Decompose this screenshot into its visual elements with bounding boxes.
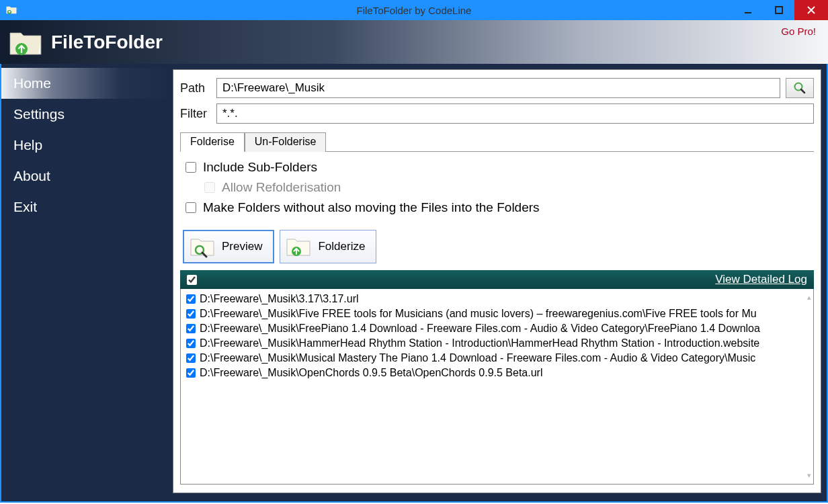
allow-refolderisation-option: Allow Refolderisation xyxy=(204,180,809,195)
filter-input[interactable] xyxy=(216,103,814,124)
sidebar-label: Help xyxy=(13,137,42,153)
allow-refolderisation-checkbox xyxy=(204,182,215,193)
minimize-button[interactable] xyxy=(733,0,763,20)
tab-unfolderise[interactable]: Un-Folderise xyxy=(245,132,327,152)
sidebar-item-about[interactable]: About xyxy=(1,161,173,192)
folder-search-icon xyxy=(190,235,215,258)
tabs: Folderise Un-Folderise xyxy=(180,132,814,152)
select-all-checkbox[interactable] xyxy=(187,275,197,285)
path-label: Path xyxy=(180,81,211,95)
options-panel: Include Sub-Folders Allow Refolderisatio… xyxy=(180,152,814,227)
list-item[interactable]: D:\Freeware\_Musik\OpenChords 0.9.5 Beta… xyxy=(181,366,813,380)
preview-button[interactable]: Preview xyxy=(183,230,274,263)
sidebar-label: Home xyxy=(13,75,51,91)
app-header: FileToFolder Go Pro! xyxy=(0,20,828,64)
view-detailed-log-link[interactable]: View Detailed Log xyxy=(715,273,807,286)
sidebar-label: About xyxy=(13,168,50,184)
svg-rect-2 xyxy=(776,7,782,13)
list-item[interactable]: D:\Freeware\_Musik\3.17\3.17.url xyxy=(181,292,813,306)
scroll-down-icon[interactable]: ▾ xyxy=(807,471,811,480)
include-subfolders-checkbox[interactable] xyxy=(185,162,196,173)
list-item-checkbox[interactable] xyxy=(186,294,196,304)
go-pro-link[interactable]: Go Pro! xyxy=(781,26,816,37)
results-list: ▴ D:\Freeware\_Musik\3.17\3.17.urlD:\Fre… xyxy=(180,289,814,485)
svg-line-7 xyxy=(801,89,804,93)
list-item-checkbox[interactable] xyxy=(186,368,196,378)
scroll-up-icon[interactable]: ▴ xyxy=(807,293,811,302)
list-item[interactable]: D:\Freeware\_Musik\Musical Mastery The P… xyxy=(181,351,813,366)
app-icon xyxy=(0,4,17,16)
sidebar-label: Settings xyxy=(13,106,65,122)
make-without-move-checkbox[interactable] xyxy=(185,202,196,213)
maximize-button[interactable] xyxy=(763,0,794,20)
option-label: Make Folders without also moving the Fil… xyxy=(203,200,540,215)
list-item[interactable]: D:\Freeware\_Musik\Five FREE tools for M… xyxy=(181,306,813,321)
list-item[interactable]: D:\Freeware\_Musik\FreePiano 1.4 Downloa… xyxy=(181,321,813,336)
option-label: Allow Refolderisation xyxy=(222,180,341,195)
browse-button[interactable] xyxy=(786,78,814,98)
folderize-button[interactable]: Folderize xyxy=(280,230,376,263)
option-label: Include Sub-Folders xyxy=(203,160,317,175)
list-item-checkbox[interactable] xyxy=(186,339,196,348)
list-item-checkbox[interactable] xyxy=(186,309,196,319)
list-item-path: D:\Freeware\_Musik\Musical Mastery The P… xyxy=(200,351,755,366)
list-item-path: D:\Freeware\_Musik\FreePiano 1.4 Downloa… xyxy=(200,321,760,336)
filter-label: Filter xyxy=(180,107,211,121)
search-icon xyxy=(793,81,806,95)
sidebar-item-settings[interactable]: Settings xyxy=(1,99,173,130)
main-panel: Path Filter Folderise Un-Folderise Inclu… xyxy=(173,69,821,493)
app-name: FileToFolder xyxy=(51,32,163,53)
sidebar-item-home[interactable]: Home xyxy=(1,68,173,99)
path-input[interactable] xyxy=(216,78,780,98)
titlebar: FileToFolder by CodeLine xyxy=(0,0,828,20)
window-title: FileToFolder by CodeLine xyxy=(357,5,472,16)
list-item[interactable]: D:\Freeware\_Musik\HammerHead Rhythm Sta… xyxy=(181,336,813,351)
button-label: Folderize xyxy=(318,240,365,253)
make-without-move-option[interactable]: Make Folders without also moving the Fil… xyxy=(185,200,809,215)
folder-up-icon xyxy=(286,235,311,258)
sidebar: Home Settings Help About Exit xyxy=(1,64,173,501)
list-item-checkbox[interactable] xyxy=(186,324,196,333)
sidebar-item-help[interactable]: Help xyxy=(1,130,173,161)
list-item-path: D:\Freeware\_Musik\OpenChords 0.9.5 Beta… xyxy=(200,366,542,380)
include-subfolders-option[interactable]: Include Sub-Folders xyxy=(185,160,809,175)
close-button[interactable] xyxy=(794,0,828,20)
list-header: View Detailed Log xyxy=(180,270,814,289)
list-item-path: D:\Freeware\_Musik\HammerHead Rhythm Sta… xyxy=(200,336,759,351)
sidebar-item-exit[interactable]: Exit xyxy=(1,192,173,222)
tab-folderise[interactable]: Folderise xyxy=(180,132,245,152)
tab-label: Folderise xyxy=(190,136,235,147)
list-item-checkbox[interactable] xyxy=(186,353,196,363)
sidebar-label: Exit xyxy=(13,199,37,215)
logo-icon xyxy=(8,28,43,57)
tab-label: Un-Folderise xyxy=(255,136,317,147)
list-item-path: D:\Freeware\_Musik\Five FREE tools for M… xyxy=(200,306,757,321)
list-item-path: D:\Freeware\_Musik\3.17\3.17.url xyxy=(200,292,359,306)
button-label: Preview xyxy=(222,240,262,253)
